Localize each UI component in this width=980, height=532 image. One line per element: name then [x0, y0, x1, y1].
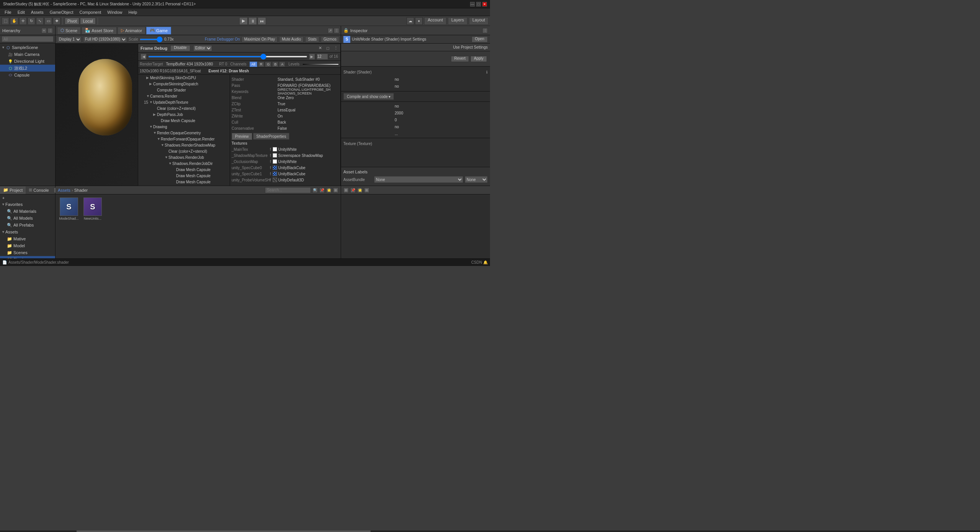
fd-tree-shadowsjobdir[interactable]: ▼ Shadows.RenderJobDir — [138, 160, 230, 166]
menu-file[interactable]: File — [2, 8, 15, 16]
cloud-btn[interactable]: ♦ — [415, 17, 423, 25]
bottom-insp-btn1[interactable]: ⊞ — [343, 188, 349, 193]
tab-project[interactable]: 📁 Project — [0, 186, 26, 194]
bottom-insp-btn3[interactable]: ⭐ — [357, 188, 363, 193]
close-icon[interactable]: ✕ — [318, 46, 322, 51]
shaderprops-tab[interactable]: ShaderProperties — [253, 133, 290, 140]
fd-tree-drawmesh-c1[interactable]: Draw Mesh Capsule — [138, 166, 230, 173]
tab-console[interactable]: ⊞ Console — [26, 186, 52, 194]
tool-scale[interactable]: ⤡ — [36, 17, 44, 25]
layout-button[interactable]: Layout — [469, 17, 488, 25]
fd-tree-computeshader[interactable]: Compute Shader — [138, 87, 230, 93]
collab-btn[interactable]: ☁ — [407, 17, 414, 25]
stats-btn[interactable]: Stats — [305, 36, 319, 42]
fd-tree-drawmesh-c4[interactable]: Draw Mesh Capsule — [138, 185, 230, 186]
nav-prev-btn[interactable]: ◀ — [140, 54, 147, 60]
mute-audio-btn[interactable]: Mute Audio — [279, 36, 304, 42]
fd-tree-drawmesh-c3[interactable]: Draw Mesh Capsule — [138, 179, 230, 185]
minimize-button[interactable]: — — [470, 2, 475, 7]
maximize-icon[interactable]: □ — [327, 46, 329, 51]
frame-nav-slider[interactable] — [148, 56, 307, 57]
fd-tree-camerarender[interactable]: ▼ Camera.Render — [138, 93, 230, 99]
bottom-insp-btn2[interactable]: 📌 — [350, 188, 356, 193]
revert-button[interactable]: Revert — [451, 56, 469, 62]
tool-transform[interactable]: ❖ — [53, 17, 60, 25]
proj-favorites[interactable]: ▼ Favorites — [0, 201, 55, 208]
resolution-select[interactable]: Full HD (1920x1080) — [83, 36, 127, 42]
layers-button[interactable]: Layers — [448, 17, 467, 25]
tool-rect[interactable]: ▭ — [44, 17, 52, 25]
menu-help[interactable]: Help — [125, 8, 140, 16]
menu-component[interactable]: Component — [76, 8, 104, 16]
fd-tree-updatedepth[interactable]: 15 ▼ UpdateDepthTexture — [138, 99, 230, 105]
menu-assets[interactable]: Assets — [28, 8, 47, 16]
tab-game[interactable]: 🎮 Game — [146, 27, 171, 34]
step-button[interactable]: ⏭ — [258, 17, 266, 25]
pin-btn[interactable]: 📌 — [319, 188, 325, 193]
tree-item-capsule[interactable]: ⬭ Capsule — [0, 72, 55, 78]
channel-g-btn[interactable]: G — [265, 62, 271, 67]
filter-btn[interactable]: ⊞ — [333, 188, 338, 193]
assets-search-input[interactable] — [265, 187, 311, 193]
nav-next-btn[interactable]: ▶ — [309, 54, 315, 60]
proj-mative[interactable]: 📁 Mative — [0, 235, 55, 242]
tree-item-dirlight[interactable]: 💡 Directional Light — [0, 58, 55, 65]
pivot-button[interactable]: Pivot — [65, 18, 79, 24]
asset-bundle-select[interactable]: None — [374, 176, 463, 183]
play-button[interactable]: ▶ — [239, 17, 248, 25]
account-button[interactable]: Account — [424, 17, 446, 25]
menu-window[interactable]: Window — [104, 8, 125, 16]
menu-icon[interactable]: ⋮ — [334, 46, 338, 51]
fd-tree-drawmesh1[interactable]: Draw Mesh Capsule — [138, 117, 230, 124]
fd-tree-renderopaquegeom[interactable]: ▼ Render.OpaqueGeometry — [138, 130, 230, 136]
proj-scenes[interactable]: 📁 Scenes — [0, 249, 55, 256]
hierarchy-add-btn[interactable]: + — [41, 28, 47, 33]
preview-tab[interactable]: Preview — [232, 133, 252, 140]
editor-select[interactable]: Editor — [193, 45, 212, 51]
menu-edit[interactable]: Edit — [15, 8, 28, 16]
proj-all-models[interactable]: 🔍 All Models — [0, 215, 55, 222]
shader-crumb[interactable]: Shader — [74, 188, 88, 193]
channel-r-btn[interactable]: R — [258, 62, 265, 67]
disable-button[interactable]: Disable — [170, 45, 190, 51]
compile-button[interactable]: Compile and show code ▾ — [343, 93, 394, 100]
fd-tree-clear1[interactable]: Clear (color+Z+stencil) — [138, 148, 230, 154]
fd-tree-shadowsjob[interactable]: ▼ Shadows.RenderJob — [138, 154, 230, 160]
tab-assetstore[interactable]: 🏪 Asset Store — [82, 27, 117, 34]
proj-assets[interactable]: ▼ Assets — [0, 228, 55, 235]
fd-tree-clearzstencil1[interactable]: Clear (color+Z+stencil) — [138, 105, 230, 111]
view-menu-btn[interactable]: ⋮ — [334, 28, 339, 33]
gizmos-btn[interactable]: Gizmos — [321, 36, 339, 42]
pause-button[interactable]: ⏸ — [248, 17, 257, 25]
fd-tree-renderforwardopaque[interactable]: ▼ RenderForwardOpaque.Render — [138, 136, 230, 142]
tree-item-maincamera[interactable]: 🎥 Main Camera — [0, 51, 55, 58]
assets-root[interactable]: Assets — [58, 188, 70, 193]
tree-item-gameobj[interactable]: ⬡ 游戏L2 — [0, 65, 55, 72]
apply-button[interactable]: Apply — [470, 56, 487, 62]
fd-tree-drawmesh-c2[interactable]: Draw Mesh Capsule — [138, 173, 230, 179]
channel-a-btn[interactable]: A — [279, 62, 285, 67]
tool-rotate[interactable]: ↻ — [28, 17, 35, 25]
maximize-on-play-btn[interactable]: Maximize On Play — [242, 36, 278, 42]
tool-move[interactable]: ✛ — [19, 17, 27, 25]
display-select[interactable]: Display 1 — [57, 36, 82, 42]
menu-gameobject[interactable]: GameObject — [47, 8, 77, 16]
proj-all-materials[interactable]: 🔍 All Materials — [0, 208, 55, 215]
proj-all-prefabs[interactable]: 🔍 All Prefabs — [0, 222, 55, 228]
view-maximize-btn[interactable]: ↗ — [328, 28, 333, 33]
fd-tree-shadowsmap[interactable]: ▼ Shadows.RenderShadowMap — [138, 142, 230, 148]
asset-bundle-select2[interactable]: None — [465, 176, 488, 183]
fd-tree-computeskinning[interactable]: ▶ ComputeSkinningDispatch — [138, 81, 230, 87]
bottom-insp-btn4[interactable]: ⊞ — [364, 188, 369, 193]
proj-shader[interactable]: 📁 Shader — [0, 256, 55, 258]
asset-newunits[interactable]: S NewUnits... — [82, 197, 103, 220]
hierarchy-menu-btn[interactable]: ⋮ — [47, 28, 53, 33]
local-button[interactable]: Local — [80, 18, 95, 24]
scale-slider[interactable] — [140, 39, 163, 40]
frame-num-input[interactable] — [317, 54, 328, 60]
asset-modeshader[interactable]: S ModeShad... — [59, 197, 79, 220]
close-button[interactable]: ✕ — [482, 2, 487, 7]
tool-hand[interactable]: ✋ — [10, 17, 18, 25]
hierarchy-search-input[interactable] — [2, 36, 54, 42]
tab-animator[interactable]: ▷ Animator — [118, 27, 145, 34]
